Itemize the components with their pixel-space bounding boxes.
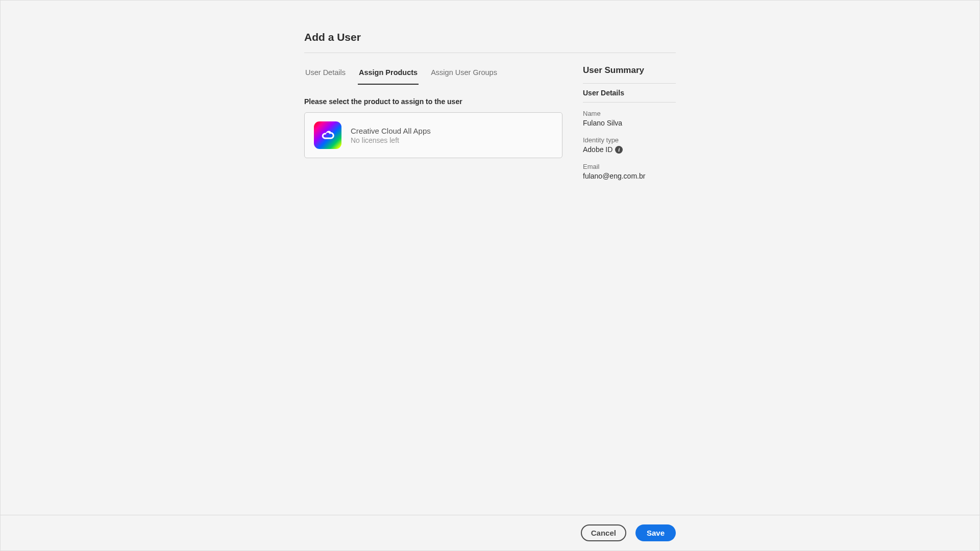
summary-section-title: User Details (583, 83, 676, 103)
product-info: Creative Cloud All Apps No licenses left (351, 127, 431, 144)
footer-inner: Cancel Save (304, 524, 676, 541)
field-email-value: fulano@eng.com.br (583, 172, 676, 180)
main-content: User Details Assign Products Assign User… (304, 64, 562, 189)
field-name-value: Fulano Silva (583, 119, 676, 127)
field-name-label: Name (583, 110, 676, 117)
save-button[interactable]: Save (635, 524, 676, 541)
product-card[interactable]: Creative Cloud All Apps No licenses left (304, 112, 562, 158)
field-email-label: Email (583, 163, 676, 170)
field-email: Email fulano@eng.com.br (583, 163, 676, 180)
tab-assign-products[interactable]: Assign Products (358, 64, 419, 85)
footer: Cancel Save (1, 515, 979, 550)
tab-assign-user-groups[interactable]: Assign User Groups (430, 64, 498, 85)
add-user-dialog: Add a User User Details Assign Products … (304, 1, 676, 189)
field-identity-label: Identity type (583, 136, 676, 144)
user-summary-panel: User Summary User Details Name Fulano Si… (583, 64, 676, 189)
cancel-button[interactable]: Cancel (581, 524, 626, 541)
field-identity-value-text: Adobe ID (583, 145, 612, 154)
field-identity: Identity type Adobe ID i (583, 136, 676, 154)
field-identity-value: Adobe ID i (583, 145, 676, 154)
info-icon[interactable]: i (615, 146, 623, 154)
content-wrapper: User Details Assign Products Assign User… (304, 64, 676, 189)
product-name: Creative Cloud All Apps (351, 127, 431, 135)
tab-user-details[interactable]: User Details (304, 64, 347, 85)
product-status: No licenses left (351, 136, 431, 144)
tabs: User Details Assign Products Assign User… (304, 64, 562, 85)
section-prompt: Please select the product to assign to t… (304, 97, 562, 106)
creative-cloud-icon (314, 121, 341, 149)
page-title: Add a User (304, 31, 676, 53)
summary-title: User Summary (583, 65, 676, 83)
field-name: Name Fulano Silva (583, 110, 676, 127)
